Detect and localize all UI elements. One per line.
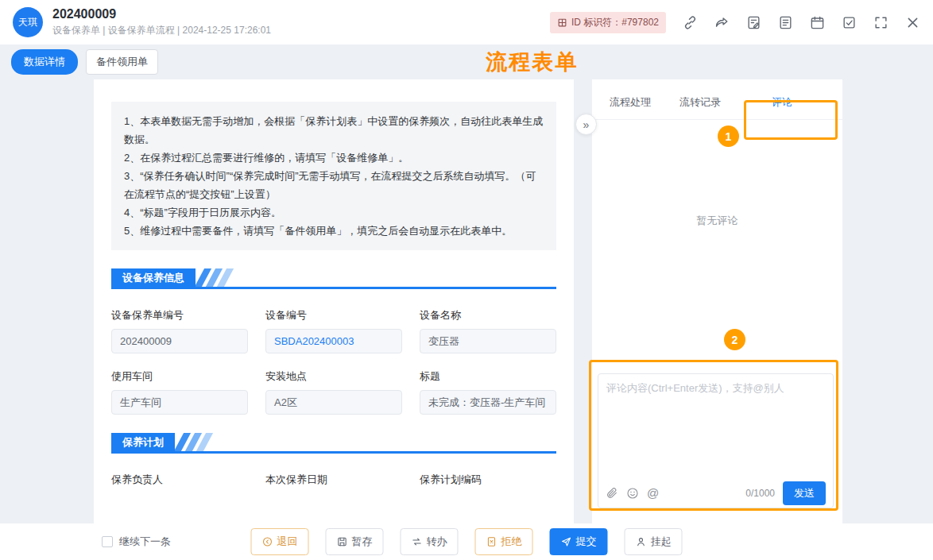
approval-check-icon[interactable] — [842, 15, 857, 30]
suspend-icon — [636, 536, 647, 547]
calendar-icon[interactable] — [810, 15, 825, 30]
install-location-input[interactable]: A2区 — [265, 390, 402, 415]
submit-icon — [561, 536, 572, 547]
tab-process-handle[interactable]: 流程处理 — [610, 95, 651, 110]
field-plan-code: 保养计划编码 — [420, 473, 556, 493]
header-actions: ID 标识符：#797802 — [550, 12, 920, 33]
form-record-icon[interactable] — [778, 15, 793, 30]
device-info-grid: 设备保养单编号 202400009 设备编号 SBDA202400003 设备名… — [111, 308, 556, 415]
field-device-name: 设备名称 变压器 — [420, 308, 556, 353]
continue-next-checkbox[interactable] — [102, 536, 113, 547]
field-label: 安装地点 — [265, 369, 402, 384]
field-workshop: 使用车间 生产车间 — [111, 369, 248, 415]
share-icon[interactable] — [714, 15, 730, 30]
field-label: 本次保养日期 — [265, 473, 402, 487]
close-icon[interactable] — [905, 15, 920, 30]
title-input[interactable]: 未完成：变压器-生产车间 — [420, 390, 556, 415]
transfer-icon — [412, 536, 423, 547]
char-counter: 0/1000 — [745, 488, 775, 499]
app-window: 天琪 202400009 设备保养单 | 设备保养单流程 | 2024-12-2… — [0, 0, 933, 560]
field-install-location: 安装地点 A2区 — [265, 369, 402, 415]
device-no-input[interactable]: SBDA202400003 — [265, 329, 402, 353]
field-label: 保养负责人 — [111, 473, 248, 487]
tab-comments[interactable]: 评论 — [772, 95, 792, 110]
action-footer: 继续下一条 退回 暂存 转办 拒绝 提交 — [0, 523, 933, 560]
continue-next-label: 继续下一条 — [119, 535, 171, 549]
suspend-button[interactable]: 挂起 — [625, 528, 683, 555]
section-title: 保养计划 — [111, 433, 175, 451]
comment-input[interactable] — [598, 374, 833, 479]
field-label: 保养计划编码 — [420, 473, 556, 487]
id-badge-text: ID 标识符：#797802 — [571, 16, 659, 29]
device-name-input[interactable]: 变压器 — [420, 329, 556, 353]
page-title: 流程表单 — [486, 48, 578, 76]
annotation-step-2: 2 — [724, 329, 745, 350]
field-label: 设备编号 — [265, 308, 402, 322]
section-title: 设备保养信息 — [111, 268, 196, 287]
footer-buttons: 退回 暂存 转办 拒绝 提交 挂起 — [251, 528, 683, 555]
reject-button[interactable]: 拒绝 — [475, 528, 533, 555]
spare-order-tab-button[interactable]: 备件领用单 — [86, 49, 158, 75]
form-edit-icon[interactable] — [746, 15, 761, 30]
link-icon[interactable] — [683, 15, 698, 30]
notice-line: 1、本表单数据无需手动增加，会根据「保养计划表」中设置的保养频次，自动往此表单生… — [124, 112, 544, 149]
section-header-device-info: 设备保养信息 — [111, 268, 556, 289]
main-area: 1、本表单数据无需手动增加，会根据「保养计划表」中设置的保养频次，自动往此表单生… — [0, 79, 933, 523]
process-side-panel: 流程处理 流转记录 评论 暂无评论 @ 0/1000 发送 — [592, 79, 842, 523]
panel-collapse-button[interactable]: » — [575, 114, 597, 135]
workshop-input[interactable]: 生产车间 — [111, 390, 248, 415]
fullscreen-icon[interactable] — [873, 15, 888, 30]
empty-comment-text: 暂无评论 — [592, 214, 842, 228]
section-header-maintenance-plan: 保养计划 — [111, 433, 556, 454]
maintenance-plan-grid: 保养负责人 本次保养日期 保养计划编码 — [111, 473, 556, 493]
field-maintenance-date: 本次保养日期 — [265, 473, 402, 493]
annotation-step-1: 1 — [718, 126, 739, 147]
record-subtitle: 设备保养单 | 设备保养单流程 | 2024-12-25 17:26:01 — [52, 24, 271, 37]
avatar: 天琪 — [13, 7, 43, 37]
transfer-button[interactable]: 转办 — [401, 528, 459, 555]
return-button[interactable]: 退回 — [251, 528, 309, 555]
data-detail-button[interactable]: 数据详情 — [11, 49, 78, 75]
save-draft-button[interactable]: 暂存 — [326, 528, 384, 555]
id-badge: ID 标识符：#797802 — [550, 12, 666, 33]
reject-icon — [486, 536, 497, 547]
notice-line: 3、“保养任务确认时间”“保养完成时间”无需手动填写，在流程提交之后系统自动填写… — [124, 167, 544, 203]
field-title: 标题 未完成：变压器-生产车间 — [420, 369, 556, 415]
title-block: 202400009 设备保养单 | 设备保养单流程 | 2024-12-25 1… — [52, 7, 271, 37]
field-maintenance-owner: 保养负责人 — [111, 473, 248, 493]
mention-icon[interactable]: @ — [647, 487, 659, 500]
notice-line: 5、维修过程中需要备件，请填写「备件领用单」，填完之后会自动显示在此表单中。 — [124, 222, 544, 240]
field-label: 设备保养单编号 — [111, 308, 248, 322]
continue-next-option: 继续下一条 — [102, 535, 171, 549]
emoji-icon[interactable] — [626, 487, 639, 500]
form-notice: 1、本表单数据无需手动增加，会根据「保养计划表」中设置的保养频次，自动往此表单生… — [111, 102, 556, 250]
submit-button[interactable]: 提交 — [550, 528, 608, 555]
field-label: 使用车间 — [111, 369, 248, 384]
comment-compose-box: @ 0/1000 发送 — [598, 373, 834, 508]
view-toolbar: 数据详情 备件领用单 流程表单 — [0, 44, 933, 79]
field-device-no: 设备编号 SBDA202400003 — [265, 308, 402, 353]
window-header: 天琪 202400009 设备保养单 | 设备保养单流程 | 2024-12-2… — [0, 0, 933, 44]
grid-icon — [557, 17, 567, 28]
field-label: 标题 — [420, 369, 556, 384]
attachment-icon[interactable] — [606, 487, 618, 500]
record-title: 202400009 — [52, 7, 271, 21]
tab-flow-record[interactable]: 流转记录 — [679, 95, 721, 110]
maintenance-order-no-input[interactable]: 202400009 — [111, 329, 248, 353]
return-icon — [262, 536, 273, 547]
field-maintenance-order-no: 设备保养单编号 202400009 — [111, 308, 248, 353]
send-comment-button[interactable]: 发送 — [783, 481, 826, 505]
field-label: 设备名称 — [420, 308, 556, 322]
save-draft-icon — [337, 536, 348, 547]
form-panel: 1、本表单数据无需手动增加，会根据「保养计划表」中设置的保养频次，自动往此表单生… — [94, 79, 574, 523]
panel-tabs: 流程处理 流转记录 评论 — [592, 79, 842, 120]
comment-toolbar: @ 0/1000 发送 — [598, 479, 833, 508]
notice-line: 2、在保养过程汇总需要进行维修的，请填写「设备维修单」。 — [124, 149, 544, 167]
notice-line: 4、“标题”字段用于日历展示内容。 — [124, 203, 544, 222]
